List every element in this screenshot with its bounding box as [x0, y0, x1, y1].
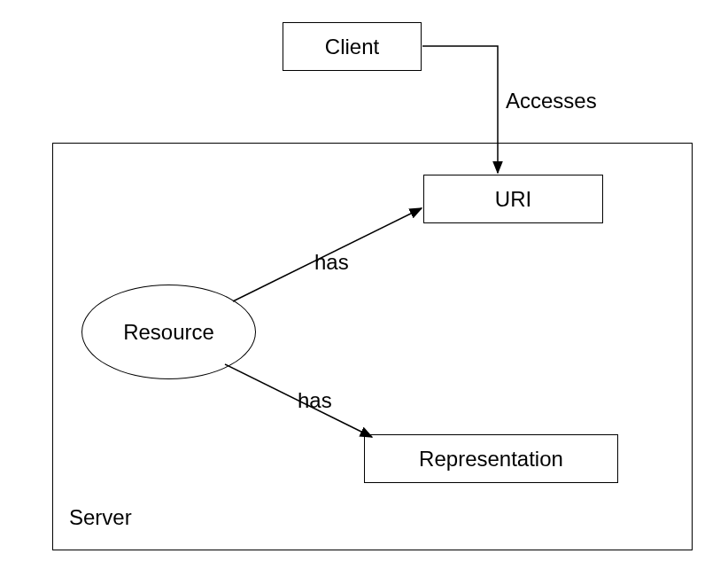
has-representation-edge-label: has — [298, 388, 332, 413]
has-uri-edge-label: has — [314, 250, 349, 275]
rest-architecture-diagram: Client Server URI Representation Resourc… — [0, 0, 728, 577]
uri-node: URI — [423, 175, 603, 223]
client-label: Client — [325, 35, 379, 59]
representation-node: Representation — [364, 434, 618, 483]
representation-label: Representation — [419, 447, 563, 472]
resource-label: Resource — [123, 320, 214, 345]
client-node: Client — [283, 22, 422, 71]
server-label: Server — [69, 505, 132, 530]
resource-node: Resource — [81, 285, 256, 379]
accesses-edge-label: Accesses — [506, 89, 597, 113]
uri-label: URI — [495, 187, 531, 212]
